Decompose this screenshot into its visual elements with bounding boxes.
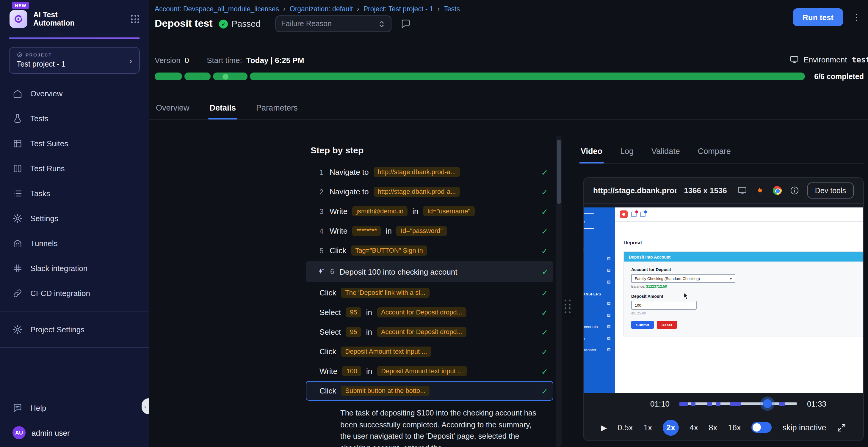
progress-segment-active	[213, 72, 247, 80]
info-icon[interactable]	[789, 185, 800, 196]
sidebar-item-overview[interactable]: Overview	[0, 81, 149, 106]
tab-parameters[interactable]: Parameters	[255, 96, 299, 119]
activity-marker	[708, 402, 712, 406]
sidebar-item-tests[interactable]: Tests	[0, 106, 149, 131]
substep-row-click-amount[interactable]: Click Deposit Amount text input ...	[306, 342, 553, 362]
version-label: Version	[155, 56, 181, 65]
substep-row-select-2[interactable]: Select 95 in Account for Deposit dropd..…	[306, 322, 553, 342]
current-time: 01:10	[650, 399, 670, 408]
project-selector[interactable]: PROJECT Test project - 1	[9, 47, 140, 74]
help-chat-icon	[12, 403, 23, 413]
step-target-tag: Id="username"	[423, 206, 475, 216]
more-menu-icon[interactable]	[852, 12, 861, 23]
step-row-3[interactable]: 3 Write jsmith@demo.io in Id="username"	[306, 202, 553, 221]
run-test-button[interactable]: Run test	[793, 8, 843, 26]
environment-label: Environment	[803, 55, 847, 64]
substep-row-write-amount[interactable]: Write 100 in Deposit Amount text input .…	[306, 362, 553, 381]
environment-icon	[789, 55, 799, 64]
step-passed-icon	[541, 187, 548, 197]
step-action: Select	[319, 308, 341, 317]
app-root: NEW AI Test Automation PROJE	[0, 0, 868, 447]
step-group-row-6[interactable]: 6 Deposit 100 into checking account	[306, 261, 553, 282]
bank-nav-checking: Checking	[584, 253, 615, 265]
breadcrumb-separator: ›	[438, 5, 440, 12]
balance-value: $1223712.50	[646, 285, 667, 288]
step-target-tag: Submit button at the botto...	[341, 386, 430, 396]
user-menu[interactable]: AU admin user	[0, 420, 149, 447]
step-row-5[interactable]: 5 Click Tag="BUTTON" Sign in	[306, 241, 553, 260]
sidebar-nav: Overview Tests Test Suites Test Runs Tas…	[0, 81, 149, 353]
tab-overview[interactable]: Overview	[155, 96, 191, 119]
speed-0.5x-button[interactable]: 0.5x	[618, 423, 633, 432]
sidebar-item-project-settings[interactable]: Project Settings	[0, 317, 149, 342]
recorded-app-frame: Logo Home BANKING ACCOUNTS Checking	[584, 207, 863, 393]
tab-compare[interactable]: Compare	[697, 139, 732, 164]
activity-marker	[778, 402, 784, 406]
sidebar-item-cicd-integration[interactable]: CI-CD integration	[0, 281, 149, 306]
gear-icon	[12, 213, 23, 223]
timeline-track[interactable]	[679, 403, 798, 405]
logo-glyph	[13, 14, 24, 24]
panel-resize-handle[interactable]	[565, 300, 570, 313]
grid-icon	[12, 138, 23, 148]
bank-page-title: Deposit	[623, 240, 642, 245]
scrollbar-thumb[interactable]	[557, 140, 561, 204]
video-frame[interactable]: Logo Home BANKING ACCOUNTS Checking	[584, 204, 863, 393]
fullscreen-icon[interactable]	[837, 423, 846, 432]
bank-nav-home: Home	[584, 231, 615, 243]
sidebar-item-test-suites[interactable]: Test Suites	[0, 131, 149, 156]
sidebar-bottom: Help AU admin user	[0, 395, 149, 447]
step-target-tag: Account for Deposit dropd...	[377, 327, 466, 337]
bank-logo-placeholder: Logo	[584, 213, 594, 229]
sidebar-item-test-runs[interactable]: Test Runs	[0, 156, 149, 181]
breadcrumb-account[interactable]: Account: Devspace_all_module_licenses	[155, 5, 279, 12]
step-row-1[interactable]: 1 Navigate to http://stage.dbank.prod-a.…	[306, 162, 553, 182]
tab-details[interactable]: Details	[209, 96, 237, 119]
speed-2x-button[interactable]: 2x	[663, 419, 679, 436]
list-icon	[12, 188, 23, 198]
step-action: Write	[319, 367, 337, 376]
sidebar-item-settings[interactable]: Settings	[0, 206, 149, 231]
step-value-tag: 100	[342, 366, 362, 376]
tab-validate[interactable]: Validate	[650, 139, 681, 164]
sidebar-item-tasks[interactable]: Tasks	[0, 181, 149, 206]
breadcrumb-organization[interactable]: Organization: default	[290, 5, 353, 12]
speed-4x-button[interactable]: 4x	[689, 423, 698, 432]
dev-tools-button[interactable]: Dev tools	[807, 182, 854, 199]
bank-section-transactions: TRANSACTIONS / TRANSFERS	[584, 288, 615, 298]
speed-16x-button[interactable]: 16x	[728, 423, 741, 432]
step-action: Navigate to	[330, 187, 369, 196]
step-row-4[interactable]: 4 Write ******** in Id="password"	[306, 221, 553, 241]
checkbox-icon	[608, 314, 610, 317]
sidebar-accent-divider	[9, 37, 140, 39]
apps-grid-icon[interactable]	[131, 15, 139, 23]
play-button[interactable]	[601, 423, 607, 432]
checkbox-icon	[608, 302, 610, 305]
breadcrumb-separator: ›	[283, 5, 285, 12]
substep-row-click-deposit[interactable]: Click The 'Deposit' link with a si...	[306, 283, 553, 303]
substep-row-select-1[interactable]: Select 95 in Account for Deposit dropd..…	[306, 303, 553, 322]
comment-icon[interactable]	[400, 19, 411, 29]
skip-inactive-toggle[interactable]	[752, 422, 772, 433]
speed-8x-button[interactable]: 8x	[709, 423, 717, 432]
sidebar-item-slack-integration[interactable]: Slack integration	[0, 255, 149, 281]
breadcrumb-project[interactable]: Project: Test project - 1	[364, 5, 433, 12]
step-target-tag: Id="password"	[397, 226, 447, 236]
sidebar-item-help[interactable]: Help	[0, 395, 149, 420]
steps-list: 1 Navigate to http://stage.dbank.prod-a.…	[302, 162, 557, 447]
tab-log[interactable]: Log	[619, 139, 635, 164]
steps-scrollbar[interactable]	[556, 136, 562, 447]
speed-1x-button[interactable]: 1x	[643, 423, 652, 432]
tab-video[interactable]: Video	[580, 139, 603, 164]
breadcrumb-tests[interactable]: Tests	[444, 5, 460, 12]
failure-reason-select[interactable]: Failure Reason	[275, 15, 391, 32]
extension-badge-icon	[640, 212, 646, 217]
substep-row-click-submit-selected[interactable]: Click Submit button at the botto...	[306, 381, 553, 401]
step-target-tag: Tag="BUTTON" Sign in	[351, 245, 427, 255]
sidebar-item-tunnels[interactable]: Tunnels	[0, 231, 149, 255]
activity-marker	[730, 402, 737, 406]
timeline-playhead[interactable]	[763, 399, 772, 408]
step-row-2[interactable]: 2 Navigate to http://stage.dbank.prod-a.…	[306, 182, 553, 202]
step-action: Click	[330, 246, 346, 255]
steps-panel-title: Step by step	[302, 145, 557, 155]
